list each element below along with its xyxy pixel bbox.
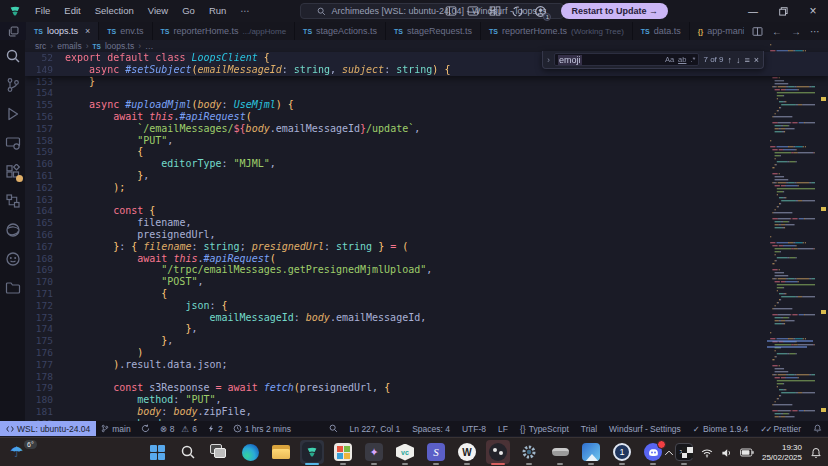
- menu-run[interactable]: Run: [202, 0, 233, 22]
- start-button[interactable]: [145, 440, 169, 464]
- language-mode[interactable]: {}TypeScript: [514, 424, 575, 434]
- settings-sync-icon[interactable]: [511, 5, 524, 18]
- volume-icon[interactable]: [721, 448, 732, 458]
- settings-gear-icon[interactable]: [517, 440, 541, 464]
- mouse-device-icon[interactable]: [548, 440, 572, 464]
- prettier-status[interactable]: ✓✓Prettier: [754, 424, 807, 434]
- minimize-button[interactable]: —: [738, 0, 768, 22]
- camera-app-icon[interactable]: [486, 440, 510, 464]
- browser-preview-icon[interactable]: [5, 222, 21, 238]
- breadcrumb-item[interactable]: emails: [57, 41, 82, 51]
- run-debug-icon[interactable]: [5, 106, 21, 122]
- line-content: `/emailMessages/${body.emailMessageId}/u…: [65, 123, 828, 135]
- tab-reporterHome.ts[interactable]: TSreporterHome.ts(Working Tree): [481, 22, 633, 40]
- hexagon-app-icon[interactable]: vc: [393, 440, 417, 464]
- task-view-icon[interactable]: [207, 440, 231, 464]
- tray-app-icon[interactable]: [682, 447, 693, 458]
- tab-stageRequest.ts[interactable]: TSstageRequest.ts: [386, 22, 481, 40]
- menu-edit[interactable]: Edit: [57, 0, 87, 22]
- breadcrumb-item[interactable]: …: [145, 41, 154, 51]
- match-case-icon[interactable]: Aa: [665, 55, 674, 64]
- close-window-button[interactable]: ×: [798, 0, 828, 22]
- star-app-icon[interactable]: ✦: [362, 440, 386, 464]
- trial-status[interactable]: Trial: [575, 424, 603, 434]
- breadcrumb-item[interactable]: src: [35, 41, 46, 51]
- onepassword-icon[interactable]: 1: [610, 440, 634, 464]
- find-next-icon[interactable]: ↓: [736, 55, 741, 65]
- taskbar-search-icon[interactable]: [176, 440, 200, 464]
- wifi-icon[interactable]: [701, 448, 713, 458]
- timer-status[interactable]: 1 hrs 2 mins: [228, 424, 296, 434]
- maximize-button[interactable]: [768, 0, 798, 22]
- search-status-icon[interactable]: [323, 424, 344, 433]
- edge-browser-icon[interactable]: [238, 440, 262, 464]
- w-circle-app-icon[interactable]: W: [455, 440, 479, 464]
- open-editors-icon[interactable]: [0, 22, 26, 40]
- extensions-icon[interactable]: [5, 164, 21, 180]
- source-control-icon[interactable]: [5, 77, 21, 93]
- tab-data.ts[interactable]: TSdata.ts: [633, 22, 690, 40]
- toggle-panel-icon[interactable]: [467, 5, 479, 17]
- encoding[interactable]: UTF-8: [456, 424, 492, 434]
- code-content[interactable]: 153}154155async #uploadMjml(body: UseMjm…: [25, 76, 828, 421]
- overview-ruler[interactable]: [820, 40, 828, 421]
- tab-env.ts[interactable]: TSenv.ts: [99, 22, 152, 40]
- cursor-position[interactable]: Ln 227, Col 1: [344, 424, 407, 434]
- s-curve-app-icon[interactable]: S: [424, 440, 448, 464]
- tab-stageActions.ts[interactable]: TSstageActions.ts: [295, 22, 386, 40]
- toggle-replace-icon[interactable]: ›: [547, 55, 550, 65]
- editor-pane[interactable]: src›emails›TSloops.ts›… 52export default…: [25, 40, 828, 421]
- search-activity-icon[interactable]: [5, 48, 21, 64]
- close-find-icon[interactable]: ×: [754, 55, 759, 65]
- tab-loops.ts[interactable]: TSloops.ts×: [26, 22, 99, 40]
- discord-icon[interactable]: [641, 440, 665, 464]
- notification-center-icon[interactable]: [810, 447, 822, 459]
- problems-status[interactable]: ⊗8 ⚠6: [155, 424, 202, 434]
- file-explorer-taskbar-icon[interactable]: [269, 440, 293, 464]
- find-previous-icon[interactable]: ↑: [727, 55, 732, 65]
- taskbar-clock[interactable]: 19:30 25/02/2025: [762, 443, 802, 463]
- menu-go[interactable]: Go: [175, 0, 202, 22]
- photos-app-icon[interactable]: [579, 440, 603, 464]
- search-match-marker: [821, 408, 826, 412]
- more-actions-icon[interactable]: ⋯: [810, 26, 820, 37]
- menu-[interactable]: ⋯: [233, 0, 257, 22]
- typescript-file-icon: TS: [489, 28, 498, 35]
- file-explorer-icon[interactable]: [5, 280, 21, 296]
- tab-close-icon[interactable]: ×: [85, 26, 90, 36]
- weather-widget[interactable]: ☂ 6°: [8, 441, 48, 464]
- regex-icon[interactable]: .*: [690, 55, 695, 64]
- tray-chevron-up-icon[interactable]: [664, 449, 674, 457]
- menu-selection[interactable]: Selection: [88, 0, 141, 22]
- menu-file[interactable]: File: [28, 0, 57, 22]
- find-input[interactable]: emoji Aa ab .*: [554, 53, 699, 66]
- microsoft-store-icon[interactable]: [331, 440, 355, 464]
- windsurf-settings[interactable]: Windsurf - Settings: [603, 424, 687, 434]
- connections-icon[interactable]: [5, 193, 21, 209]
- breadcrumb-item[interactable]: loops.ts: [105, 41, 134, 51]
- split-editor-icon[interactable]: [752, 26, 763, 37]
- menu-view[interactable]: View: [141, 0, 175, 22]
- windsurf-taskbar-icon[interactable]: [300, 440, 324, 464]
- remote-explorer-icon[interactable]: [5, 135, 21, 151]
- toggle-sidebar-icon[interactable]: [445, 5, 457, 17]
- eol-sequence[interactable]: LF: [492, 424, 514, 434]
- remote-indicator[interactable]: WSL: ubuntu-24.04: [0, 421, 96, 436]
- customize-layout-icon[interactable]: [489, 5, 501, 17]
- account-icon[interactable]: 1: [534, 5, 547, 18]
- indentation[interactable]: Spaces: 4: [406, 424, 456, 434]
- biome-status[interactable]: ✓Biome 1.9.4: [687, 424, 755, 434]
- battery-icon[interactable]: [740, 448, 754, 457]
- navigate-back-icon[interactable]: ←: [772, 26, 782, 37]
- tab-reporterHome.ts[interactable]: TSreporterHome.ts.../appHome: [153, 22, 296, 40]
- notifications-bell-icon[interactable]: [807, 424, 828, 433]
- restart-to-update-button[interactable]: Restart to Update →: [561, 3, 668, 19]
- whole-word-icon[interactable]: ab: [678, 55, 686, 64]
- git-branch-status[interactable]: main: [96, 424, 135, 434]
- cascade-ai-icon[interactable]: [5, 251, 21, 267]
- credits-status[interactable]: 2: [202, 424, 228, 434]
- navigate-forward-icon[interactable]: →: [791, 26, 801, 37]
- minimap[interactable]: [765, 40, 820, 421]
- sync-changes-icon[interactable]: [136, 424, 155, 433]
- find-in-selection-icon[interactable]: ≡: [744, 55, 749, 65]
